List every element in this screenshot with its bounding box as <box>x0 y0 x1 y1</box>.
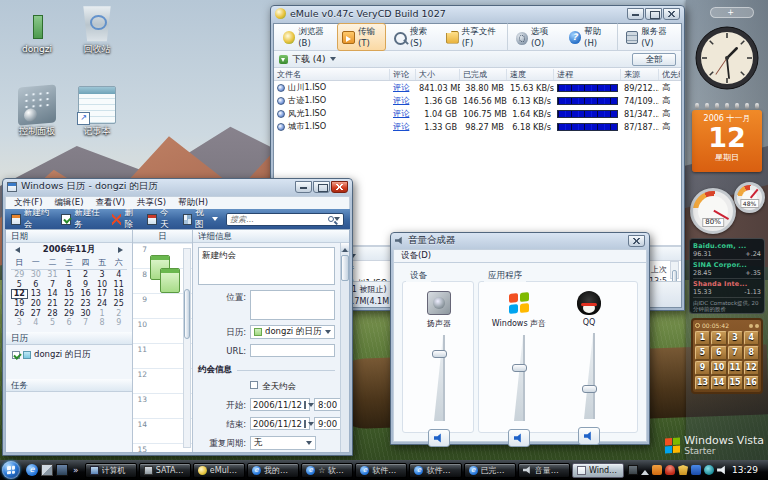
mute-button[interactable] <box>578 427 600 445</box>
taskbar-button[interactable]: 软件下载... <box>409 463 461 478</box>
device-menu[interactable]: 设备(D) <box>401 250 431 262</box>
mini-calendar-day[interactable]: 2 <box>77 270 94 280</box>
emule-titlebar[interactable]: eMule v0.47c VeryCD Build 1027 <box>270 5 685 22</box>
close-button[interactable] <box>628 235 645 247</box>
desktop-icon[interactable]: 记事本 <box>68 86 126 136</box>
desktop-icon[interactable]: dongzi <box>8 4 66 54</box>
mini-calendar-day[interactable]: 5 <box>11 280 28 290</box>
mini-calendar-day[interactable]: 29 <box>11 270 28 280</box>
next-month-icon[interactable] <box>118 247 126 253</box>
puzzle-tile[interactable]: 16 <box>744 376 759 390</box>
calendar-toolbar-button[interactable]: 新建任务 <box>61 207 103 231</box>
mini-calendar-day[interactable]: 15 <box>61 289 78 299</box>
appointment-title-field[interactable]: 新建约会 <box>198 247 335 285</box>
taskbar-button[interactable]: 软件下载... <box>355 463 407 478</box>
puzzle-help-icon[interactable] <box>749 324 753 328</box>
downloads-filter-tab[interactable]: 下载 (4) <box>292 53 326 66</box>
mini-calendar-day[interactable]: 31 <box>44 270 61 280</box>
taskbar-clock[interactable]: 13:29 <box>732 465 758 475</box>
mini-calendar-day[interactable]: 28 <box>44 309 61 319</box>
taskbar-button[interactable]: 我的收藏... <box>247 463 299 478</box>
emule-toolbar-button[interactable]: 传输(T) <box>337 23 386 51</box>
download-row[interactable]: 城市1.ISO 评论 1.33 GB 98.27 MB 6.18 KB/s 87… <box>274 120 681 133</box>
puzzle-tile[interactable]: 5 <box>695 346 710 360</box>
taskbar-button[interactable]: eMule v... <box>193 463 245 478</box>
mini-calendar-day[interactable]: 1 <box>94 309 111 319</box>
start-button[interactable] <box>2 461 20 479</box>
add-gadget-button[interactable]: + <box>710 7 754 18</box>
day-view-scrollbar[interactable] <box>183 248 191 448</box>
mute-button[interactable] <box>428 429 450 447</box>
desktop-icon[interactable]: 控制面板 <box>8 86 66 136</box>
puzzle-tile[interactable]: 12 <box>744 361 759 375</box>
calendar-toolbar-button[interactable]: 视图 <box>183 207 218 231</box>
mini-calendar-day[interactable]: 6 <box>28 280 45 290</box>
taskbar-button[interactable]: 音量合成... <box>518 463 570 478</box>
repeat-select[interactable]: 无 <box>250 436 316 450</box>
mini-calendar-day[interactable]: 13 <box>28 289 45 299</box>
clock-gadget[interactable] <box>695 26 759 92</box>
location-field[interactable] <box>250 290 335 320</box>
emule-toolbar-button[interactable]: 选项(O) <box>511 23 561 51</box>
puzzle-gadget[interactable]: 00:05:42 1 2 3 4 5 6 7 <box>691 318 763 394</box>
search-input[interactable] <box>230 215 328 224</box>
comment-link[interactable]: 评论 <box>390 95 416 106</box>
taskbar-button[interactable]: Window... <box>572 463 624 478</box>
puzzle-tile[interactable]: 9 <box>695 361 710 375</box>
end-date-field[interactable]: 2006/11/12 <box>250 417 310 430</box>
appointment-block[interactable] <box>160 268 180 293</box>
mini-calendar-day[interactable]: 14 <box>44 289 61 299</box>
checkbox-checked-icon[interactable] <box>12 351 20 359</box>
keyboard-tray-icon[interactable] <box>628 465 638 475</box>
mini-calendar-day[interactable]: 22 <box>61 299 78 309</box>
puzzle-tile[interactable]: 6 <box>711 346 726 360</box>
taskbar-button[interactable]: SATA (D:) <box>139 463 191 478</box>
mini-calendar-day[interactable]: 2 <box>110 309 127 319</box>
show-hidden-icons[interactable] <box>641 466 649 475</box>
download-row[interactable]: 山川1.ISO 评论 841.03 MB 38.80 MB 15.63 KB/s… <box>274 81 681 94</box>
emule-toolbar-button[interactable]: 搜索(S) <box>389 23 438 51</box>
mini-calendar-day[interactable]: 9 <box>110 318 127 328</box>
url-field[interactable] <box>250 344 335 357</box>
details-scrollbar[interactable] <box>340 243 349 452</box>
minimize-button[interactable] <box>627 8 644 20</box>
ie-quicklaunch-icon[interactable] <box>26 464 38 476</box>
mini-calendar-day[interactable]: 12 <box>11 289 28 299</box>
puzzle-tile[interactable]: 10 <box>711 361 726 375</box>
cpu-meter-gadget[interactable]: 80% 48% <box>688 182 768 234</box>
qq-tray-icon[interactable] <box>665 465 675 475</box>
taskbar-button[interactable]: 计算机 <box>85 463 137 478</box>
emule-toolbar-button[interactable]: 浏览器(B) <box>278 23 334 51</box>
slider-thumb[interactable] <box>432 350 447 358</box>
puzzle-tile[interactable]: 14 <box>711 376 726 390</box>
close-button[interactable] <box>331 181 348 193</box>
download-row[interactable]: 风光1.ISO 评论 1.04 GB 106.75 MB 1.64 KB/s 8… <box>274 107 681 120</box>
puzzle-shuffle-icon[interactable] <box>755 324 759 328</box>
mini-calendar-day[interactable]: 6 <box>61 318 78 328</box>
security-tray-icon[interactable] <box>678 465 688 475</box>
show-desktop-icon[interactable] <box>41 464 53 476</box>
mini-calendar-day[interactable]: 7 <box>44 280 61 290</box>
calendar-select[interactable]: dongzi 的日历 <box>250 325 335 339</box>
mini-calendar-day[interactable]: 19 <box>11 299 28 309</box>
mute-button[interactable] <box>508 429 530 447</box>
mini-calendar-day[interactable]: 3 <box>11 318 28 328</box>
puzzle-tile[interactable]: 1 <box>695 331 710 345</box>
mini-calendar-day[interactable]: 8 <box>61 280 78 290</box>
mini-calendar-day[interactable]: 9 <box>77 280 94 290</box>
puzzle-tile[interactable]: 2 <box>711 331 726 345</box>
taskbar-button[interactable]: ☆ 软件新... <box>301 463 353 478</box>
mini-calendar-day[interactable]: 25 <box>110 299 127 309</box>
calendar-toolbar-button[interactable]: 删除 <box>112 207 139 231</box>
emule-toolbar-button[interactable]: 服务器(V) <box>621 23 677 51</box>
maximize-button[interactable] <box>645 8 662 20</box>
allday-checkbox[interactable] <box>250 381 258 389</box>
mini-calendar-day[interactable]: 18 <box>110 289 127 299</box>
comment-link[interactable]: 评论 <box>390 82 416 93</box>
volume-slider[interactable] <box>512 335 526 421</box>
mini-calendar-day[interactable]: 30 <box>28 270 45 280</box>
calendar-gadget[interactable]: 2006 十一月 12 星期日 <box>692 102 762 172</box>
puzzle-tile[interactable]: 4 <box>744 331 759 345</box>
volume-slider[interactable] <box>432 335 446 421</box>
mini-calendar-day[interactable]: 5 <box>44 318 61 328</box>
